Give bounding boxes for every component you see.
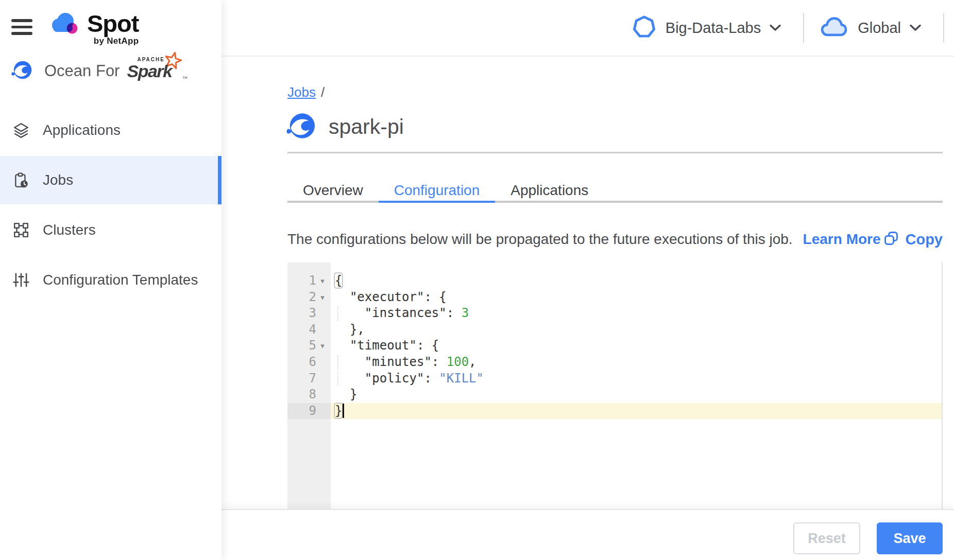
account-label: Big-Data-Labs <box>666 20 761 37</box>
gutter-cell: 7 <box>287 371 331 387</box>
title-divider <box>287 152 943 153</box>
cloud-icon <box>820 15 848 41</box>
copy-icon <box>883 231 899 248</box>
brand-name: Spot <box>87 10 139 37</box>
sidebar-item-jobs[interactable]: Jobs <box>0 156 222 204</box>
code-line[interactable]: 7 "policy": "KILL" <box>287 371 942 387</box>
gutter-cell: 3 <box>287 305 331 322</box>
chevron-down-icon <box>909 24 922 31</box>
code-text: }, <box>331 322 942 338</box>
code-line[interactable]: 4 }, <box>287 322 942 338</box>
code-text: "policy": "KILL" <box>331 371 942 387</box>
gutter-cell: 8 <box>287 387 331 403</box>
top-bar: Big-Data-Labs Global <box>222 0 954 57</box>
trademark: ™ <box>182 75 188 81</box>
config-description-row: The configurations below will be propaga… <box>287 231 943 248</box>
sidebar-item-applications[interactable]: Applications <box>0 106 222 154</box>
gutter-cell: 9 <box>287 403 331 419</box>
code-line[interactable]: 5▾ "timeout": { <box>287 338 942 354</box>
code-token: } <box>335 387 357 401</box>
code-text: "instances": 3 <box>331 305 942 322</box>
code-text: "minutes": 100, <box>331 354 942 371</box>
account-heptagon-icon <box>632 15 656 41</box>
code-token: 100 <box>447 355 469 369</box>
text-cursor <box>343 404 344 418</box>
sidebar: Spot by NetApp Ocean For APACHE Spark ™ … <box>0 0 222 560</box>
fold-arrow-icon[interactable]: ▾ <box>316 338 329 354</box>
copy-label: Copy <box>906 231 943 248</box>
menu-icon[interactable] <box>11 19 32 35</box>
breadcrumb: Jobs/ <box>287 84 325 100</box>
gutter-cell: 4 <box>287 322 331 338</box>
code-text: "executor": { <box>331 289 942 306</box>
ocean-for-spark-logo: Ocean For APACHE Spark ™ <box>11 57 183 85</box>
breadcrumb-separator: / <box>321 84 325 100</box>
line-number: 8 <box>309 387 316 403</box>
line-number: 4 <box>309 322 316 338</box>
spot-logo: Spot by NetApp <box>48 10 139 46</box>
code-text: { <box>331 273 942 289</box>
chevron-down-icon <box>769 24 781 31</box>
line-number: 9 <box>309 403 316 419</box>
job-wave-icon <box>286 112 315 142</box>
code-line[interactable]: 2▾ "executor": { <box>287 289 942 306</box>
fold-arrow-icon[interactable]: ▾ <box>316 273 329 289</box>
sidebar-item-configuration-templates[interactable]: Configuration Templates <box>0 256 222 304</box>
sidebar-item-label: Applications <box>43 122 121 138</box>
spot-cloud-icon <box>48 10 82 39</box>
scope-label: Global <box>858 20 901 37</box>
code-line[interactable]: 1▾{ <box>287 273 942 289</box>
code-text: "timeout": { <box>331 338 942 354</box>
learn-more-link[interactable]: Learn More <box>803 231 881 248</box>
gutter-cell: 6 <box>287 354 331 371</box>
code-token: "KILL" <box>439 371 484 386</box>
apache-spark-logo: APACHE Spark ™ <box>127 57 183 85</box>
code-token: }, <box>335 322 365 337</box>
brand-byline: by NetApp <box>94 36 139 46</box>
code-token: , <box>469 355 476 369</box>
breadcrumb-jobs-link[interactable]: Jobs <box>287 84 316 100</box>
code-token: "minutes": <box>335 355 447 369</box>
indent-guide <box>337 372 338 386</box>
scope-switcher[interactable]: Global <box>820 15 922 41</box>
code-token: { <box>335 273 342 288</box>
line-number: 6 <box>309 354 316 371</box>
code-editor[interactable]: 1▾{2▾ "executor": {3 "instances": 34 },5… <box>287 262 943 509</box>
code-line[interactable]: 9} <box>287 403 942 419</box>
spark-wordmark: Spark <box>127 61 172 81</box>
tab-applications[interactable]: Applications <box>495 180 604 203</box>
page-title: spark-pi <box>329 115 404 139</box>
tab-overview[interactable]: Overview <box>287 180 379 203</box>
sidebar-item-label: Configuration Templates <box>43 272 198 288</box>
code-line[interactable]: 6 "minutes": 100, <box>287 354 942 371</box>
sidebar-item-clusters[interactable]: Clusters <box>0 206 222 254</box>
page-header: spark-pi <box>286 112 404 142</box>
gutter-cell: 2▾ <box>287 289 331 306</box>
sidebar-item-label: Clusters <box>43 222 96 238</box>
ocean-for-label: Ocean For <box>44 62 120 80</box>
code-token: "executor": { <box>335 290 447 304</box>
code-token: } <box>335 404 342 418</box>
ocean-wave-icon <box>11 60 32 82</box>
indent-guide <box>337 355 338 370</box>
line-number: 3 <box>309 305 316 322</box>
reset-button[interactable]: Reset <box>793 522 860 554</box>
configuration-templates-icon <box>13 272 29 288</box>
code-token: "timeout": { <box>335 338 439 353</box>
account-switcher[interactable]: Big-Data-Labs <box>632 15 781 41</box>
code-token: "instances": <box>335 306 462 320</box>
code-token: "policy": <box>335 371 439 386</box>
gutter-cell: 1▾ <box>287 273 331 289</box>
fold-arrow-icon[interactable]: ▾ <box>316 289 329 306</box>
line-number: 2 <box>309 289 316 306</box>
code-line[interactable]: 3 "instances": 3 <box>287 305 942 322</box>
header-divider <box>943 13 944 43</box>
code-text: } <box>331 387 942 403</box>
footer: Reset Save <box>222 509 954 560</box>
line-number: 5 <box>309 338 316 354</box>
code-line[interactable]: 8 } <box>287 387 942 403</box>
save-button[interactable]: Save <box>877 522 943 554</box>
copy-button[interactable]: Copy <box>883 231 943 248</box>
code-token: 3 <box>462 306 469 320</box>
tab-configuration[interactable]: Configuration <box>379 180 496 203</box>
